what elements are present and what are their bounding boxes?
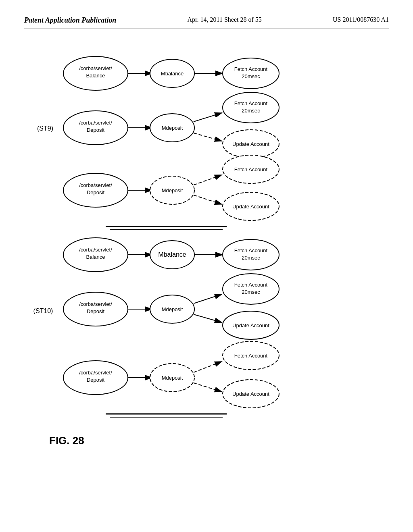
svg-text:Update Account: Update Account: [232, 141, 269, 147]
page-header: Patent Application Publication Apr. 14, …: [24, 16, 389, 29]
svg-text:Fetch Account: Fetch Account: [234, 100, 268, 106]
svg-line-68: [194, 362, 222, 372]
svg-text:Balance: Balance: [86, 254, 105, 260]
svg-text:20msec: 20msec: [242, 73, 260, 79]
page: Patent Application Publication Apr. 14, …: [0, 0, 413, 532]
svg-text:Deposit: Deposit: [87, 127, 104, 133]
svg-text:Mbalance: Mbalance: [158, 251, 186, 258]
svg-line-56: [194, 314, 222, 322]
svg-text:Update Account: Update Account: [232, 204, 269, 210]
svg-text:Mdeposit: Mdeposit: [162, 375, 183, 381]
svg-text:Mbalance: Mbalance: [161, 71, 184, 77]
svg-text:Deposit: Deposit: [87, 189, 104, 195]
svg-text:/corba/servlet/: /corba/servlet/: [79, 120, 112, 126]
svg-text:Fetch Account: Fetch Account: [234, 282, 268, 288]
svg-text:Fetch Account: Fetch Account: [234, 353, 268, 359]
svg-line-31: [194, 195, 222, 204]
svg-text:Deposit: Deposit: [87, 308, 104, 314]
svg-line-55: [194, 294, 222, 303]
svg-text:Update Account: Update Account: [232, 391, 269, 397]
patent-number-label: US 2011/0087630 A1: [333, 16, 389, 23]
diagram-svg: /corba/servlet/ Balance Mbalance Fetch A…: [24, 41, 389, 505]
svg-text:20msec: 20msec: [242, 108, 260, 114]
svg-text:(ST9): (ST9): [37, 125, 53, 132]
svg-text:20msec: 20msec: [242, 289, 260, 295]
svg-line-18: [194, 133, 222, 141]
svg-text:20msec: 20msec: [242, 255, 260, 261]
svg-text:/corba/servlet/: /corba/servlet/: [79, 182, 112, 188]
svg-text:Balance: Balance: [86, 73, 105, 79]
svg-text:FIG. 28: FIG. 28: [49, 434, 84, 447]
svg-text:/corba/servlet/: /corba/servlet/: [79, 247, 112, 253]
diagram-container: /corba/servlet/ Balance Mbalance Fetch A…: [24, 41, 389, 506]
svg-line-30: [194, 175, 222, 185]
svg-text:Update Account: Update Account: [232, 322, 269, 328]
svg-text:Fetch Account: Fetch Account: [234, 247, 268, 254]
svg-text:Fetch Account: Fetch Account: [234, 66, 268, 72]
svg-text:Mdeposit: Mdeposit: [162, 306, 183, 312]
svg-text:(ST10): (ST10): [33, 308, 53, 314]
svg-text:Mdeposit: Mdeposit: [162, 125, 183, 131]
svg-text:Mdeposit: Mdeposit: [162, 187, 183, 193]
svg-text:/corba/servlet/: /corba/servlet/: [79, 301, 112, 307]
svg-text:Deposit: Deposit: [87, 377, 104, 383]
svg-text:Fetch Account: Fetch Account: [234, 166, 268, 172]
svg-text:/corba/servlet/: /corba/servlet/: [79, 65, 112, 71]
svg-line-69: [194, 383, 222, 392]
svg-text:/corba/servlet/: /corba/servlet/: [79, 370, 112, 376]
svg-line-17: [194, 113, 222, 122]
date-sheet-label: Apr. 14, 2011 Sheet 28 of 55: [188, 16, 262, 23]
publication-label: Patent Application Publication: [24, 16, 116, 25]
